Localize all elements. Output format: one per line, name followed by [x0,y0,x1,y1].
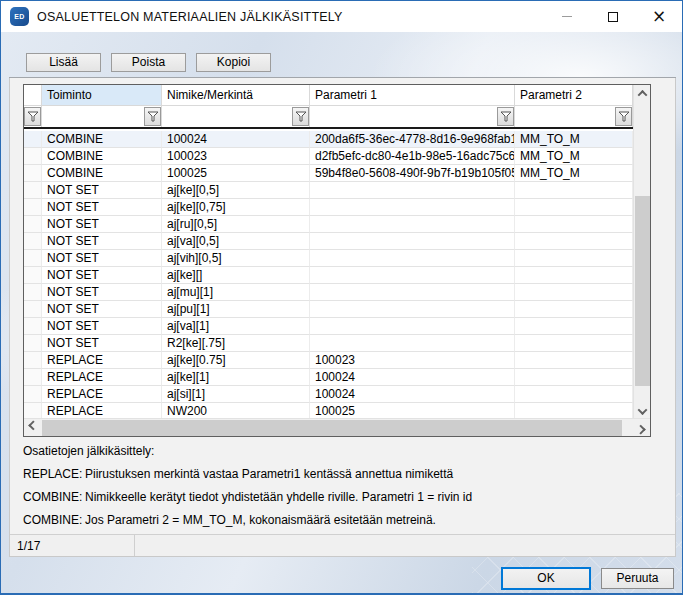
filter-icon[interactable] [292,107,309,126]
cell-p1[interactable] [310,318,515,335]
filter-input-toiminto[interactable] [43,107,143,126]
cell-toiminto[interactable]: REPLACE [42,369,162,386]
table-row[interactable]: REPLACEaj[ke][1]100024 [24,369,633,386]
table-row[interactable]: NOT SETaj[vih][0,5] [24,250,633,267]
cell-nimike[interactable]: aj[ke][0,5] [162,182,310,199]
cell-p2[interactable] [515,386,633,403]
cell-toiminto[interactable]: COMBINE [42,148,162,165]
cell-p1[interactable] [310,182,515,199]
row-selector[interactable] [24,369,42,386]
cell-toiminto[interactable]: NOT SET [42,335,162,352]
cell-p1[interactable] [310,335,515,352]
cell-nimike[interactable]: aj[ke][1] [162,369,310,386]
filter-icon[interactable] [615,107,632,126]
table-row[interactable]: REPLACEaj[ke][0.75]100023 [24,352,633,369]
filter-icon[interactable] [144,107,161,126]
table-row[interactable]: COMBINE10002559b4f8e0-5608-490f-9b7f-b19… [24,165,633,182]
filter-input-parametri-2[interactable] [516,107,614,126]
cell-toiminto[interactable]: NOT SET [42,301,162,318]
horizontal-scroll-thumb[interactable] [42,420,622,436]
filter-input-parametri-1[interactable] [311,107,496,126]
cell-p1[interactable]: 100024 [310,386,515,403]
table-row[interactable]: NOT SETaj[ke][0,5] [24,182,633,199]
filter-icon[interactable] [24,107,41,126]
scroll-up-button[interactable] [634,85,651,102]
horizontal-scrollbar[interactable] [24,418,650,436]
cell-p2[interactable] [515,182,633,199]
row-selector[interactable] [24,216,42,233]
cell-p2[interactable] [515,301,633,318]
scroll-left-button[interactable] [24,419,41,436]
table-row[interactable]: COMBINE100024200da6f5-36ec-4778-8d16-9e9… [24,131,633,148]
row-selector[interactable] [24,131,42,148]
cell-p1[interactable]: 100023 [310,352,515,369]
cell-nimike[interactable]: aj[ru][0,5] [162,216,310,233]
header-toiminto[interactable]: Toiminto [42,85,162,105]
row-selector[interactable] [24,182,42,199]
table-row[interactable]: NOT SETaj[ke][0,75] [24,199,633,216]
minimize-button[interactable] [544,1,590,32]
vertical-scrollbar[interactable] [633,85,650,420]
cell-nimike[interactable]: aj[ke][0,75] [162,199,310,216]
table-row[interactable]: NOT SETaj[va][0,5] [24,233,633,250]
cell-p1[interactable] [310,267,515,284]
cell-toiminto[interactable]: NOT SET [42,284,162,301]
row-selector[interactable] [24,165,42,182]
ok-button[interactable]: OK [501,567,591,590]
cell-nimike[interactable]: 100023 [162,148,310,165]
vertical-scroll-thumb[interactable] [635,196,650,386]
cell-nimike[interactable]: aj[ke][] [162,267,310,284]
table-row[interactable]: NOT SETaj[ke][] [24,267,633,284]
row-selector[interactable] [24,301,42,318]
add-button[interactable]: Lisää [26,53,101,72]
cell-toiminto[interactable]: NOT SET [42,182,162,199]
cell-p2[interactable] [515,250,633,267]
table-row[interactable]: NOT SETR2[ke][.75] [24,335,633,352]
cell-nimike[interactable]: R2[ke][.75] [162,335,310,352]
copy-button[interactable]: Kopioi [196,53,271,72]
maximize-button[interactable] [590,1,636,32]
row-selector[interactable] [24,199,42,216]
filter-icon[interactable] [497,107,514,126]
cell-nimike[interactable]: aj[mu][1] [162,284,310,301]
table-row[interactable]: NOT SETaj[va][1] [24,318,633,335]
cell-p2[interactable]: MM_TO_M [515,131,633,148]
cell-p2[interactable] [515,335,633,352]
cell-nimike[interactable]: 100024 [162,131,310,148]
cell-nimike[interactable]: aj[va][1] [162,318,310,335]
cell-p2[interactable] [515,284,633,301]
table-row[interactable]: NOT SETaj[mu][1] [24,284,633,301]
table-row[interactable]: REPLACEaj[si][1]100024 [24,386,633,403]
scroll-right-button[interactable] [633,419,650,436]
cell-p2[interactable] [515,267,633,284]
cell-p1[interactable] [310,301,515,318]
remove-button[interactable]: Poista [111,53,186,72]
cell-toiminto[interactable]: REPLACE [42,386,162,403]
cell-toiminto[interactable]: REPLACE [42,352,162,369]
cell-p2[interactable] [515,352,633,369]
table-row[interactable]: NOT SETaj[ru][0,5] [24,216,633,233]
row-selector[interactable] [24,148,42,165]
cell-p1[interactable] [310,284,515,301]
cell-p1[interactable]: d2fb5efc-dc80-4e1b-98e5-16adc75c6348 [310,148,515,165]
cell-toiminto[interactable]: NOT SET [42,216,162,233]
cell-p2[interactable] [515,369,633,386]
table-row[interactable]: COMBINE100023d2fb5efc-dc80-4e1b-98e5-16a… [24,148,633,165]
cell-nimike[interactable]: aj[pu][1] [162,301,310,318]
cancel-button[interactable]: Peruuta [601,568,674,589]
row-selector[interactable] [24,352,42,369]
cell-p2[interactable] [515,318,633,335]
row-selector[interactable] [24,267,42,284]
header-parametri-1[interactable]: Parametri 1 [310,85,515,105]
cell-p1[interactable]: 100024 [310,369,515,386]
cell-p2[interactable]: MM_TO_M [515,165,633,182]
cell-nimike[interactable]: aj[si][1] [162,386,310,403]
cell-nimike[interactable]: aj[vih][0,5] [162,250,310,267]
cell-nimike[interactable]: 100025 [162,165,310,182]
cell-toiminto[interactable]: NOT SET [42,250,162,267]
row-selector[interactable] [24,284,42,301]
cell-toiminto[interactable]: COMBINE [42,131,162,148]
cell-toiminto[interactable]: COMBINE [42,165,162,182]
header-selector[interactable] [24,85,42,105]
filter-input-nimike[interactable] [163,107,291,126]
